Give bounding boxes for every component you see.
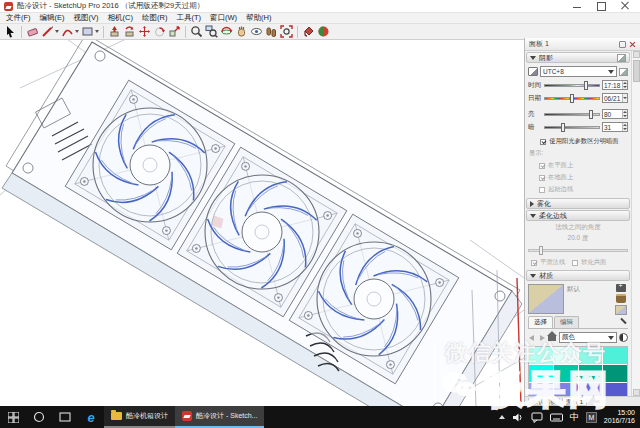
time-value-box[interactable]: 17:18	[602, 80, 628, 90]
timezone-select[interactable]: UTC+8	[540, 66, 617, 77]
secondary-pane-icon[interactable]	[616, 284, 626, 292]
tab-edit[interactable]: 编辑	[554, 316, 579, 328]
color-swatch[interactable]	[603, 383, 627, 396]
paint-bucket-tool-icon[interactable]	[301, 25, 316, 39]
eraser-tool-icon[interactable]	[25, 25, 40, 39]
menu-help[interactable]: 帮助(H)	[246, 13, 271, 23]
date-slider[interactable]	[544, 94, 600, 103]
menu-view[interactable]: 视图(V)	[74, 13, 99, 23]
menu-file[interactable]: 文件(F)	[6, 13, 31, 23]
pan-tool-icon[interactable]	[234, 25, 249, 39]
message-icon[interactable]	[531, 412, 543, 423]
push-pull-tool-icon[interactable]	[107, 25, 122, 39]
start-button[interactable]	[0, 406, 26, 428]
menu-edit[interactable]: 编辑(E)	[40, 13, 65, 23]
section-materials-header[interactable]: 材质	[526, 270, 630, 281]
color-swatch[interactable]	[554, 383, 578, 396]
zoom-extents-tool-icon[interactable]	[279, 25, 294, 39]
eyedropper-icon[interactable]	[619, 319, 628, 328]
menu-camera[interactable]: 相机(C)	[108, 13, 133, 23]
tab-select[interactable]: 选择	[528, 316, 553, 328]
select-tool-icon[interactable]	[3, 25, 18, 39]
look-around-tool-icon[interactable]	[249, 25, 264, 39]
scroll-down-icon[interactable]	[633, 389, 640, 396]
minimize-button[interactable]	[572, 1, 582, 11]
menu-draw[interactable]: 绘图(R)	[142, 13, 167, 23]
close-button[interactable]	[620, 1, 630, 11]
use-sun-checkbox[interactable]	[540, 139, 546, 145]
in-model-icon[interactable]	[548, 333, 557, 342]
orbit-tool-icon[interactable]	[219, 25, 234, 39]
dark-spinner[interactable]	[622, 123, 627, 131]
color-swatch[interactable]	[529, 383, 553, 396]
smooth-normals-checkbox[interactable]	[531, 260, 537, 266]
rectangle-tool-icon[interactable]	[80, 25, 95, 39]
input-method-icon[interactable]: M	[586, 412, 597, 423]
collection-select[interactable]: 颜色	[559, 332, 617, 343]
details-icon[interactable]	[619, 333, 628, 342]
section-fog-header[interactable]: 雾化	[526, 198, 630, 209]
rotate-tool-icon[interactable]	[152, 25, 167, 39]
shadow-toggle-icon[interactable]	[617, 54, 626, 62]
forward-arrow-icon[interactable]	[538, 334, 546, 342]
line-tool-icon[interactable]	[40, 25, 55, 39]
create-material-icon[interactable]	[616, 294, 626, 303]
on-faces-checkbox[interactable]	[539, 163, 545, 169]
taskbar-clock[interactable]: 15:00 2016/7/16	[604, 409, 635, 425]
maximize-button[interactable]	[596, 1, 606, 11]
color-swatch[interactable]	[529, 365, 553, 382]
zoom-tool-icon[interactable]	[189, 25, 204, 39]
ime-language-icon[interactable]: 中	[570, 411, 579, 424]
color-swatch[interactable]	[579, 383, 603, 396]
dark-slider[interactable]	[544, 123, 600, 132]
color-swatch[interactable]	[603, 347, 627, 364]
time-spinner[interactable]	[622, 81, 627, 89]
panel-scrollbar[interactable]	[631, 51, 640, 396]
section-soften-header[interactable]: 柔化边线	[526, 210, 630, 221]
zoom-window-tool-icon[interactable]	[204, 25, 219, 39]
menu-window[interactable]: 窗口(W)	[210, 13, 237, 23]
cortana-search-button[interactable]	[26, 406, 52, 428]
scale-tool-icon[interactable]	[167, 25, 182, 39]
rectangle-tool-dropdown[interactable]	[95, 25, 100, 39]
date-value-box[interactable]: 06/21	[602, 93, 628, 103]
color-swatch[interactable]	[579, 347, 603, 364]
on-ground-checkbox[interactable]	[539, 175, 545, 181]
dark-value-box[interactable]: 31	[602, 122, 628, 132]
color-swatch[interactable]	[579, 365, 603, 382]
move-tool-icon[interactable]	[137, 25, 152, 39]
scroll-up-icon[interactable]	[633, 51, 640, 58]
tray-tab-panel1[interactable]: 面板 1	[562, 398, 587, 406]
angle-slider[interactable]	[528, 246, 628, 255]
material-sample-thumb[interactable]	[615, 305, 627, 315]
color-swatch[interactable]	[529, 347, 553, 364]
scroll-thumb[interactable]	[633, 60, 640, 82]
follow-me-tool-icon[interactable]	[122, 25, 137, 39]
tray-tab-default[interactable]: 默认面板	[528, 398, 560, 406]
panel-close-icon[interactable]	[629, 41, 636, 48]
light-spinner[interactable]	[622, 110, 627, 118]
menu-tools[interactable]: 工具(T)	[176, 13, 201, 23]
color-swatch[interactable]	[554, 347, 578, 364]
edge-browser-button[interactable]: e	[78, 406, 104, 428]
color-swatch[interactable]	[603, 365, 627, 382]
section-shadows-header[interactable]: 阴影	[526, 52, 630, 63]
materials-sphere-icon[interactable]	[316, 25, 331, 39]
keyboard-icon[interactable]	[550, 412, 563, 423]
from-edges-checkbox[interactable]	[539, 187, 545, 193]
walk-tool-icon[interactable]	[264, 25, 279, 39]
light-value-box[interactable]: 80	[602, 109, 628, 119]
arc-tool-icon[interactable]	[60, 25, 75, 39]
soften-coplanar-checkbox[interactable]	[572, 260, 578, 266]
taskbar-item-folder[interactable]: 酷冷机箱设计	[104, 406, 175, 428]
date-dropdown[interactable]	[622, 94, 627, 102]
light-slider[interactable]	[544, 110, 600, 119]
shadows-onoff-icon[interactable]	[619, 68, 628, 76]
taskbar-item-sketchup[interactable]: 酷冷设计 - Sketch...	[175, 406, 264, 428]
color-swatch[interactable]	[554, 365, 578, 382]
back-arrow-icon[interactable]	[528, 334, 536, 342]
tray-caret-icon[interactable]	[499, 415, 505, 419]
task-view-button[interactable]	[52, 406, 78, 428]
volume-icon[interactable]	[512, 412, 524, 423]
pin-icon[interactable]	[619, 41, 626, 48]
